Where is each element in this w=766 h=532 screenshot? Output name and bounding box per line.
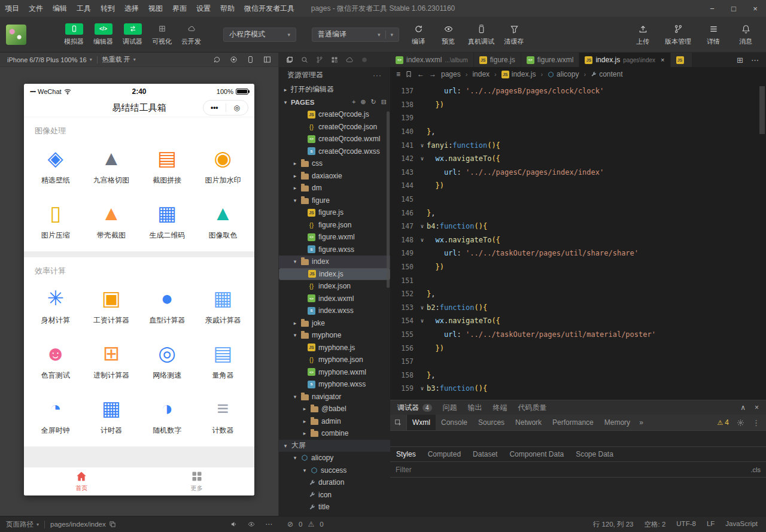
tree-item-combine[interactable]: ▸combine [279, 427, 390, 440]
phone-tab-更多[interactable]: 更多 [139, 467, 255, 495]
tree-item-admin[interactable]: ▸admin [279, 415, 390, 428]
problems-indicator[interactable]: ⊘0⚠0 [287, 521, 324, 528]
devtools-tab-Sources[interactable]: Sources [473, 415, 510, 430]
hot-reload-toggle[interactable]: 热重载 开 ▾ [102, 55, 136, 64]
editor-tab-figure.js[interactable]: JSfigure.js [474, 53, 521, 67]
fold-arrow-icon[interactable]: ∨ [418, 223, 427, 229]
menu-item-项目[interactable]: 项目 [0, 0, 24, 17]
tree-item-createQrcode.json[interactable]: {}createQrcode.json [279, 121, 390, 133]
tree-item-index.json[interactable]: {}index.json [279, 280, 390, 293]
app-item-图像取色[interactable]: ▲图像取色 [195, 200, 251, 241]
menu-item-微信开发者工具[interactable]: 微信开发者工具 [239, 0, 299, 17]
split-icon[interactable]: ⊞ [737, 56, 743, 64]
app-item-网络测速[interactable]: ◎网络测速 [139, 340, 195, 381]
status-item[interactable]: JavaScript [725, 520, 758, 529]
page-path-select[interactable]: 页面路径 ▾ [6, 520, 39, 529]
app-item-精选壁纸[interactable]: ◈精选壁纸 [28, 145, 83, 186]
status-item[interactable]: 空格: 2 [645, 520, 666, 529]
warning-count[interactable]: ⚠4 [717, 418, 729, 427]
code-editor[interactable]: 137 url: '../../pagesB/pages/clock/clock… [390, 81, 766, 400]
tree-item-daxiaoxie[interactable]: ▸daxiaoxie [279, 170, 390, 183]
styles-tab-Styles[interactable]: Styles [390, 447, 422, 461]
menu-item-设置[interactable]: 设置 [192, 0, 215, 17]
toolbar-button-上传[interactable]: 上传 [628, 23, 657, 46]
app-item-计时器[interactable]: ▦计时器 [83, 395, 139, 436]
tree-item-myphone.wxml[interactable]: <>myphone.wxml [279, 366, 390, 379]
menu-item-工具[interactable]: 工具 [72, 0, 96, 17]
app-item-图片压缩[interactable]: ▯图片压缩 [28, 200, 83, 241]
breadcrumb-item-alicopy[interactable]: alicopy [548, 70, 579, 78]
editor-tab-index.js[interactable]: JSindex.jspages\index× [579, 53, 670, 67]
menu-item-帮助[interactable]: 帮助 [215, 0, 239, 17]
compile-mode-select[interactable]: 普通编译 ▾ ▾ [312, 28, 399, 42]
tree-item-figure.wxml[interactable]: <>figure.wxml [279, 231, 390, 244]
pages-section[interactable]: ▾ PAGES +⊕↻⊟ [279, 96, 390, 108]
maximize-button[interactable]: □ [723, 0, 744, 17]
tree-item-figure.js[interactable]: JSfigure.js [279, 206, 390, 219]
cloud-icon[interactable] [346, 56, 353, 63]
app-item-图片加水印[interactable]: ◉图片加水印 [195, 145, 251, 186]
devtools-tab-Wxml[interactable]: Wxml [407, 415, 436, 430]
phone-tab-首页[interactable]: 首页 [24, 467, 139, 495]
app-item-生成二维码[interactable]: ▦生成二维码 [139, 200, 195, 241]
panel-tab-调试器[interactable]: 调试器4 [397, 403, 432, 413]
collapse-up-icon[interactable]: ∧ [740, 404, 746, 411]
blocks-icon[interactable] [331, 56, 338, 63]
editor-scrollbar[interactable] [759, 86, 765, 134]
menu-item-转到[interactable]: 转到 [96, 0, 120, 17]
devtools-tab-Memory[interactable]: Memory [599, 415, 636, 430]
app-item-九宫格切图[interactable]: ▲九宫格切图 [83, 145, 139, 186]
app-item-身材计算[interactable]: ✳身材计算 [28, 285, 83, 326]
tree-item-createQrcode.js[interactable]: JScreateQrcode.js [279, 108, 390, 121]
tree-item-success[interactable]: ▾success [279, 464, 390, 477]
fold-arrow-icon[interactable]: ∨ [418, 318, 427, 324]
styles-tab-Scope-Data[interactable]: Scope Data [570, 447, 619, 461]
styles-filter-input[interactable] [396, 466, 746, 474]
app-item-血型计算器[interactable]: ●血型计算器 [139, 285, 195, 326]
tree-item-figure[interactable]: ▾figure [279, 194, 390, 207]
tree-item-myphone.wxss[interactable]: Smyphone.wxss [279, 378, 390, 391]
panel-tab-问题[interactable]: 问题 [443, 403, 457, 413]
refresh-small-icon[interactable]: ↻ [371, 99, 376, 105]
toolbar-button-版本管理[interactable]: 版本管理 [661, 23, 695, 46]
fold-arrow-icon[interactable]: ∨ [418, 142, 427, 148]
arrow-right-icon[interactable]: → [429, 71, 436, 78]
tree-item-icon[interactable]: icon [279, 489, 390, 501]
menu-item-选择[interactable]: 选择 [120, 0, 144, 17]
app-item-进制计算器[interactable]: ⊞进制计算器 [83, 340, 139, 381]
close-icon[interactable]: × [755, 404, 759, 411]
toolbar-button-模拟器[interactable]: 模拟器 [60, 23, 88, 46]
app-item-工资计算器[interactable]: ▣工资计算器 [83, 285, 139, 326]
device-icon[interactable] [247, 56, 254, 63]
toolbar-button-预览[interactable]: 预览 [434, 23, 463, 46]
open-editors-section[interactable]: ▸ 打开的编辑器 [279, 83, 390, 96]
tree-item-大屏[interactable]: ▾大屏 [279, 440, 390, 452]
status-item[interactable]: 行 120, 列 23 [593, 520, 634, 529]
tree-item-createQrcode.wxss[interactable]: ScreateQrcode.wxss [279, 145, 390, 158]
tree-item-navigator[interactable]: ▾navigator [279, 391, 390, 403]
devtools-tab-Performance[interactable]: Performance [547, 415, 599, 430]
tree-item-dm[interactable]: ▸dm [279, 182, 390, 194]
breadcrumb-item-index[interactable]: index [472, 70, 490, 78]
status-item[interactable]: LF [707, 520, 715, 529]
capsule-close-button[interactable]: ◎ [226, 104, 248, 112]
files-icon[interactable] [286, 56, 293, 63]
menu-item-界面[interactable]: 界面 [168, 0, 192, 17]
outline-icon[interactable]: ≡ [396, 71, 400, 78]
kebab-icon[interactable]: ⋯ [265, 521, 272, 528]
mode-select[interactable]: 小程序模式 ▾ [223, 28, 296, 42]
app-item-带壳截图[interactable]: ▲带壳截图 [83, 200, 139, 241]
toolbar-button-真机调试[interactable]: 真机调试 [464, 23, 498, 46]
close-button[interactable]: × [744, 0, 766, 17]
app-item-全屏时钟[interactable]: ◔全屏时钟 [28, 395, 83, 436]
tree-item-figure.json[interactable]: {}figure.json [279, 219, 390, 232]
tree-item-myphone.js[interactable]: JSmyphone.js [279, 342, 390, 354]
tree-item-joke[interactable]: ▸joke [279, 317, 390, 330]
menu-item-文件[interactable]: 文件 [24, 0, 48, 17]
tree-item-alicopy[interactable]: ▾alicopy [279, 452, 390, 464]
toolbar-button-云开发[interactable]: 云开发 [177, 23, 205, 46]
tree-item-index.wxss[interactable]: Sindex.wxss [279, 305, 390, 317]
cls-toggle-button[interactable]: .cls [751, 466, 761, 473]
app-item-计数器[interactable]: ≡计数器 [195, 395, 251, 436]
menu-item-视图[interactable]: 视图 [144, 0, 168, 17]
